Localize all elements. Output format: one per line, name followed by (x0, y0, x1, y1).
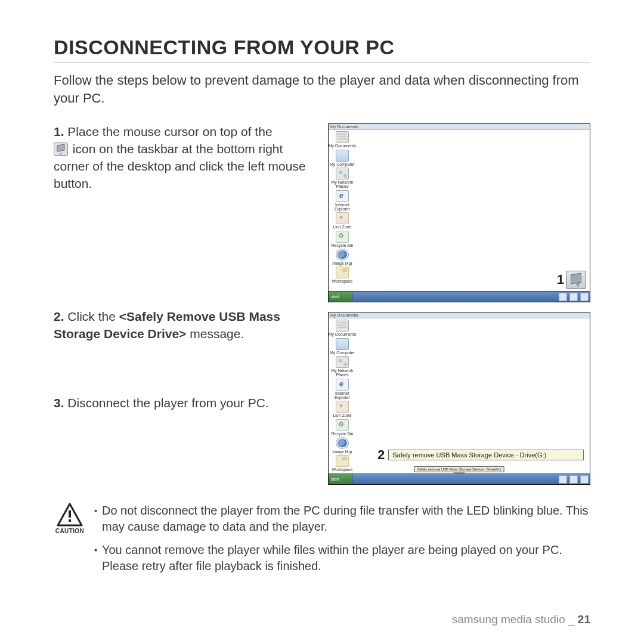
globe-icon (336, 249, 349, 261)
paw-icon (336, 401, 349, 413)
desktop-icon-label: My Computer (330, 162, 355, 166)
globe-icon (336, 437, 349, 449)
caution-triangle-icon (57, 503, 83, 527)
tooltip-callout-row: 2 Safely remove USB Mass Storage Device … (377, 447, 584, 463)
page-number: 21 (578, 613, 590, 626)
step-3: 3. Disconnect the player from your PC. (54, 395, 317, 412)
callout-1-number: 1 (557, 272, 564, 287)
desktop-icon: Recycle Bin (330, 231, 355, 247)
ie-icon (336, 379, 349, 391)
screenshot-2: My Documents My DocumentsMy ComputerMy N… (328, 312, 590, 485)
caution-item: ▪ Do not disconnect the player from the … (94, 503, 590, 535)
bullet-icon: ▪ (94, 542, 97, 574)
desktop-icon: My Documents (330, 131, 355, 148)
desktop-icon: My Computer (330, 338, 355, 355)
tray-item-icon (559, 293, 567, 301)
desktop-icon: Image Mgr (330, 437, 355, 454)
step-1-text-b: icon on the taskbar at the bottom right … (54, 142, 306, 190)
step-3-number: 3. (54, 396, 64, 410)
svg-marker-1 (57, 144, 64, 151)
desktop-icon-label: Image Mgr (332, 261, 352, 265)
footer-text: samsung media studio _ (452, 613, 578, 626)
tray-item-icon (569, 293, 578, 301)
ie-icon (336, 190, 349, 202)
screenshot-1: My Documents My DocumentsMy ComputerMy N… (328, 123, 590, 302)
net-icon (336, 168, 349, 179)
desktop-icon-label: My Documents (329, 332, 357, 336)
net-icon (336, 356, 349, 368)
callout-1: 1 (557, 271, 586, 289)
caution-list: ▪ Do not disconnect the player from the … (94, 503, 590, 581)
desktop-icon: My Network Places (330, 356, 355, 377)
caution-item: ▪ You cannot remove the player while fil… (94, 542, 590, 574)
callout-2-number: 2 (377, 447, 385, 463)
tray-item-icon (559, 475, 567, 484)
desktop-icon-label: Internet Explorer (335, 391, 350, 400)
desktop-icon-label: Workspace (332, 467, 353, 472)
step-1: 1. Place the mouse cursor on top of the … (54, 123, 317, 302)
desktop-icon: Lion Zone (330, 401, 355, 417)
caution-item-text: You cannot remove the player while files… (102, 542, 590, 574)
comp-icon (336, 338, 349, 350)
desktop-icon: My Network Places (330, 168, 355, 189)
desktop-icon-label: Image Mgr (332, 450, 352, 454)
bullet-icon: ▪ (94, 503, 97, 535)
tray-icon (54, 143, 68, 160)
page-footer: samsung media studio _ 21 (452, 613, 590, 626)
page-title: DISCONNECTING FROM YOUR PC (54, 36, 590, 59)
desktop-icon: Workspace (330, 455, 355, 472)
screenshot-1-titlebar: My Documents (329, 124, 590, 130)
step-2: 2. Click the <Safely Remove USB Mass Sto… (54, 308, 317, 389)
step-2-text-b: message. (186, 327, 244, 340)
screenshot-1-taskbar: start (329, 291, 590, 302)
desktop-icon-label: Workspace (332, 279, 353, 283)
desktop-icon-label: Recycle Bin (332, 432, 354, 436)
desktop-icon: Image Mgr (330, 249, 355, 265)
caution-block: CAUTION ▪ Do not disconnect the player f… (54, 503, 590, 581)
taskbar-tooltip-chip: Safely remove USB Mass Storage Device - … (414, 466, 504, 472)
desktop-icon-label: My Documents (329, 144, 357, 148)
desktop-icon: My Computer (330, 150, 355, 166)
desktop-icon: My Documents (330, 320, 355, 336)
steps-column: 1. Place the mouse cursor on top of the … (54, 123, 317, 418)
step-2-number: 2. (54, 309, 64, 323)
screenshot-1-desktop-icons: My DocumentsMy ComputerMy Network Places… (330, 131, 355, 283)
start-button-icon: start (329, 292, 352, 302)
step-1-text-a: Place the mouse cursor on top of the (67, 125, 272, 138)
step-3-text: Disconnect the player from your PC. (67, 396, 268, 410)
tray-icon-enlarged (566, 271, 586, 289)
desktop-icon-label: My Network Places (332, 180, 354, 189)
screenshots-column: My Documents My DocumentsMy ComputerMy N… (328, 123, 590, 485)
caution-item-text: Do not disconnect the player from the PC… (102, 503, 590, 535)
tray-item-icon (569, 475, 578, 484)
caution-icon-wrap: CAUTION (54, 503, 86, 534)
screenshot-2-titlebar: My Documents (329, 312, 590, 318)
start-button-icon: start (329, 474, 352, 484)
desktop-icon-label: Internet Explorer (335, 203, 350, 212)
desktop-icon-label: My Network Places (332, 369, 354, 377)
system-tray (559, 293, 589, 301)
desktop-icon-label: My Computer (330, 351, 355, 355)
desktop-icon-label: Lion Zone (333, 225, 351, 229)
folder-icon (336, 267, 349, 278)
paw-icon (336, 212, 349, 224)
comp-icon (336, 150, 349, 162)
safely-remove-tooltip: Safely remove USB Mass Storage Device - … (388, 450, 584, 460)
caution-label: CAUTION (55, 528, 84, 534)
desktop-icon: Internet Explorer (330, 379, 355, 400)
desktop-icon-label: Recycle Bin (332, 243, 354, 247)
desktop-icon: Workspace (330, 267, 355, 283)
tray-item-icon (580, 475, 589, 484)
title-rule (54, 63, 590, 63)
docs-icon (336, 131, 349, 143)
screenshot-2-desktop-icons: My DocumentsMy ComputerMy Network Places… (330, 320, 355, 472)
system-tray (559, 475, 589, 483)
docs-icon (336, 320, 349, 332)
recycle-icon (336, 231, 349, 243)
step-2-text-a: Click the (67, 309, 119, 323)
desktop-icon: Internet Explorer (330, 190, 355, 212)
tray-item-icon (580, 293, 589, 301)
step-1-number: 1. (54, 125, 64, 138)
screenshot-2-taskbar: start (329, 473, 590, 484)
folder-icon (336, 455, 349, 467)
